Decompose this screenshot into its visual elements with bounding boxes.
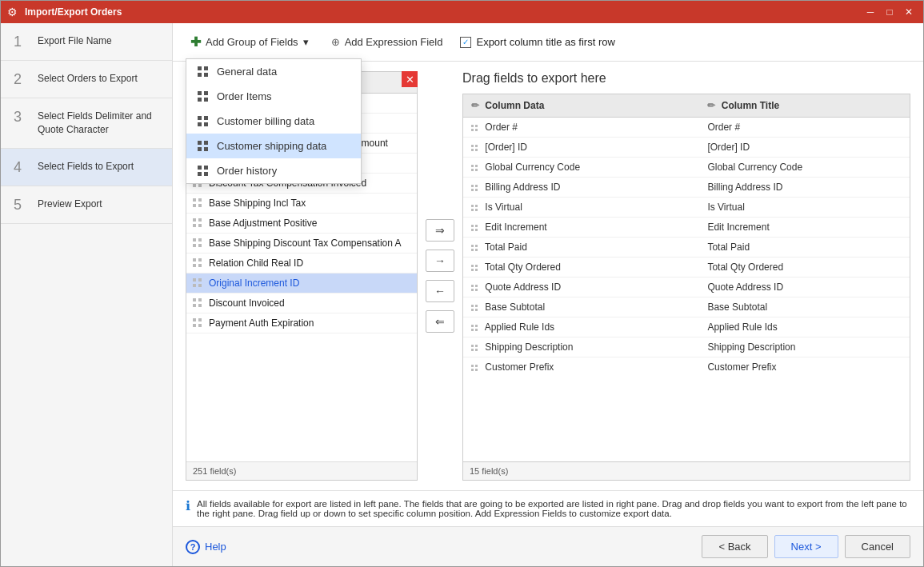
dropdown-item-label-shipping: Customer shipping data — [217, 140, 326, 152]
grid-icon-history — [198, 166, 209, 177]
col-data-cell: Total Qty Ordered — [463, 258, 699, 278]
list-item[interactable]: Relation Child Real ID — [186, 254, 417, 274]
row-drag-handle — [471, 185, 478, 191]
remove-all-button[interactable]: ⇐ — [426, 310, 454, 333]
list-item[interactable]: Discount Invoiced — [186, 293, 417, 313]
add-group-dropdown: General data Order Items Customer billin… — [186, 58, 362, 184]
help-label: Help — [205, 541, 226, 553]
pencil-icon: ✏ — [471, 100, 479, 111]
dropdown-item-history[interactable]: Order history — [186, 158, 361, 183]
minimize-button[interactable]: ─ — [862, 4, 878, 20]
cancel-button[interactable]: Cancel — [845, 535, 910, 558]
next-button[interactable]: Next > — [774, 535, 838, 558]
info-icon: ℹ — [186, 498, 190, 513]
table-row[interactable]: Total Paid Total Paid — [463, 238, 910, 258]
row-drag-handle — [471, 145, 478, 151]
close-left-panel-button[interactable]: ✕ — [402, 71, 418, 87]
field-label: Original Increment ID — [209, 278, 299, 289]
dropdown-item-shipping[interactable]: Customer shipping data — [186, 134, 361, 158]
sidebar-item-2[interactable]: 2 Select Orders to Export — [1, 61, 172, 98]
row-drag-handle — [471, 365, 478, 371]
col-data-cell: Total Paid — [463, 238, 699, 258]
col-title-cell: Total Qty Ordered — [699, 258, 910, 278]
window-title: Import/Export Orders — [25, 6, 862, 18]
step-num-4: 4 — [14, 160, 30, 174]
table-row[interactable]: Base Subtotal Base Subtotal — [463, 297, 910, 317]
plus-icon: ✚ — [190, 34, 201, 50]
table-row[interactable]: Is Virtual Is Virtual — [463, 198, 910, 218]
sidebar-item-1[interactable]: 1 Export File Name — [1, 23, 172, 61]
table-row[interactable]: Shipping Description Shipping Descriptio… — [463, 337, 910, 357]
table-row[interactable]: Global Currency Code Global Currency Cod… — [463, 158, 910, 178]
step-label-2: Select Orders to Export — [38, 72, 138, 86]
main-content: 1 Export File Name 2 Select Orders to Ex… — [1, 23, 923, 566]
export-col-checkbox-label[interactable]: ✓ Export column title as first row — [460, 36, 614, 48]
table-row[interactable]: Billing Address ID Billing Address ID — [463, 178, 910, 198]
close-button[interactable]: ✕ — [901, 4, 917, 20]
step-num-1: 1 — [14, 34, 30, 49]
export-col-label: Export column title as first row — [476, 36, 614, 48]
export-table-wrap: ✏ Column Data ✏ Column Title — [462, 94, 910, 462]
dropdown-item-general[interactable]: General data — [186, 59, 361, 84]
col-data-cell: Customer Prefix — [463, 357, 699, 377]
row-drag-handle — [471, 325, 478, 331]
col-data-cell: [Order] ID — [463, 138, 699, 158]
window-controls: ─ □ ✕ — [862, 4, 917, 20]
col-title-cell: Base Subtotal — [699, 297, 910, 317]
col-data-header: ✏ Column Data — [463, 94, 699, 118]
dropdown-item-label-history: Order history — [217, 165, 277, 177]
table-row[interactable]: Total Qty Ordered Total Qty Ordered — [463, 258, 910, 278]
list-item[interactable]: Base Adjustment Positive — [186, 214, 417, 234]
table-row[interactable]: Order # Order # — [463, 118, 910, 138]
list-item[interactable]: Base Shipping Incl Tax — [186, 194, 417, 214]
add-selected-button[interactable]: → — [426, 250, 454, 272]
export-col-checkbox[interactable]: ✓ — [460, 37, 471, 48]
info-bar: ℹ All fields available for export are li… — [173, 490, 923, 526]
dropdown-item-label-billing: Customer billing data — [217, 115, 314, 127]
row-drag-handle — [471, 305, 478, 311]
drag-handle-icon — [193, 198, 202, 208]
field-label: Base Shipping Discount Tax Compensation … — [209, 238, 402, 249]
list-item[interactable]: Payment Auth Expiration — [186, 313, 417, 333]
sidebar-item-5[interactable]: 5 Preview Export — [1, 186, 172, 224]
back-button[interactable]: < Back — [702, 535, 767, 558]
table-row[interactable]: Edit Increment Edit Increment — [463, 218, 910, 238]
table-row[interactable]: [Order] ID [Order] ID — [463, 138, 910, 158]
table-row[interactable]: Customer Prefix Customer Prefix — [463, 357, 910, 377]
col-title-cell: Order # — [699, 118, 910, 138]
table-row[interactable]: Quote Address ID Quote Address ID — [463, 278, 910, 297]
remove-selected-button[interactable]: ← — [426, 280, 454, 302]
add-group-button[interactable]: ✚ Add Group of Fields ▾ — [186, 31, 314, 53]
maximize-button[interactable]: □ — [882, 4, 898, 20]
app-icon: ⚙ — [7, 6, 20, 18]
dropdown-item-billing[interactable]: Customer billing data — [186, 109, 361, 134]
list-item[interactable]: Base Shipping Discount Tax Compensation … — [186, 234, 417, 254]
row-drag-handle — [471, 265, 478, 271]
col-title-cell: Quote Address ID — [699, 278, 910, 297]
field-label: Base Shipping Incl Tax — [209, 198, 306, 209]
col-title-cell: Billing Address ID — [699, 178, 910, 198]
dropdown-item-label-general: General data — [217, 66, 277, 78]
drag-handle-icon — [193, 238, 202, 248]
add-expression-button[interactable]: ⊕ Add Expression Field — [326, 33, 448, 51]
sidebar-item-3[interactable]: 3 Select Fields Delimiter and Quote Char… — [1, 98, 172, 149]
col-title-cell: Applied Rule Ids — [699, 317, 910, 337]
step-num-2: 2 — [14, 72, 30, 86]
table-row[interactable]: Applied Rule Ids Applied Rule Ids — [463, 317, 910, 337]
step-label-5: Preview Export — [38, 198, 102, 211]
dropdown-item-order-items[interactable]: Order Items — [186, 84, 361, 109]
toolbar: ✚ Add Group of Fields ▾ ⊕ Add Expression… — [173, 23, 923, 62]
row-drag-handle — [471, 345, 478, 351]
sidebar-item-4[interactable]: 4 Select Fields to Export — [1, 149, 172, 186]
col-data-cell: Order # — [463, 118, 699, 138]
sidebar: 1 Export File Name 2 Select Orders to Ex… — [1, 23, 173, 566]
help-link[interactable]: ? Help — [186, 540, 226, 554]
list-item-active[interactable]: Original Increment ID — [186, 274, 417, 293]
col-title-cell: Shipping Description — [699, 337, 910, 357]
add-expression-label: Add Expression Field — [345, 36, 443, 48]
col-data-cell: Applied Rule Ids — [463, 317, 699, 337]
row-drag-handle — [471, 165, 478, 171]
field-label: Relation Child Real ID — [209, 258, 303, 269]
export-table: ✏ Column Data ✏ Column Title — [463, 94, 910, 377]
add-all-button[interactable]: ⇒ — [426, 219, 454, 242]
